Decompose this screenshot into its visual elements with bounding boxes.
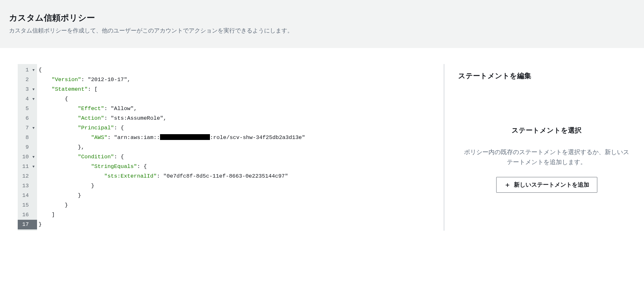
fold-icon[interactable]: ▼ — [31, 162, 34, 171]
gutter-line: 4▼ — [22, 94, 34, 104]
code-line[interactable]: { — [38, 65, 444, 75]
header-section: カスタム信頼ポリシー カスタム信頼ポリシーを作成して、他のユーザーがこのアカウン… — [0, 0, 644, 48]
code-line[interactable]: } — [38, 191, 444, 200]
side-panel-text: ポリシー内の既存のステートメントを選択するか、新しいステートメントを追加します。 — [458, 147, 635, 167]
fold-icon[interactable]: ▼ — [31, 65, 34, 75]
gutter-line: 12 — [22, 171, 34, 181]
side-panel-body: ステートメントを選択 ポリシー内の既存のステートメントを選択するか、新しいステー… — [458, 87, 635, 193]
code-line[interactable]: "Action": "sts:AssumeRole", — [38, 114, 444, 123]
plus-icon: ＋ — [504, 181, 511, 189]
gutter-line: 13 — [22, 181, 34, 191]
gutter-line: 9 — [22, 143, 34, 152]
gutter-line: 5 — [22, 104, 34, 114]
fold-icon[interactable]: ▼ — [31, 152, 34, 162]
policy-editor[interactable]: 1▼23▼4▼567▼8910▼11▼121314151617 { "Versi… — [18, 64, 444, 231]
code-line[interactable]: }, — [38, 143, 444, 152]
gutter-line: 11▼ — [22, 162, 34, 171]
editor-gutter: 1▼23▼4▼567▼8910▼11▼121314151617 — [18, 64, 37, 231]
main-area: 1▼23▼4▼567▼8910▼11▼121314151617 { "Versi… — [0, 64, 644, 231]
side-panel-subtitle: ステートメントを選択 — [458, 126, 635, 135]
add-statement-label: 新しいステートメントを追加 — [514, 181, 589, 189]
gutter-line: 14 — [22, 191, 34, 200]
gutter-line: 1▼ — [22, 65, 34, 75]
code-line[interactable]: "StringEquals": { — [38, 162, 444, 171]
statement-side-panel: ステートメントを編集 ステートメントを選択 ポリシー内の既存のステートメントを選… — [450, 64, 635, 231]
gutter-line: 17 — [18, 220, 37, 229]
gutter-line: 6 — [22, 114, 34, 123]
code-line[interactable]: { — [38, 94, 444, 104]
code-line[interactable]: "AWS": "arn:aws:iam:::role/scv-shw-34f25… — [38, 133, 444, 143]
editor-code-area[interactable]: { "Version": "2012-10-17", "Statement": … — [37, 64, 444, 231]
redacted-text — [160, 134, 210, 140]
fold-icon[interactable]: ▼ — [31, 85, 34, 94]
code-line[interactable]: } — [38, 200, 444, 210]
gutter-line: 16 — [22, 210, 34, 220]
fold-icon[interactable]: ▼ — [31, 123, 34, 133]
add-statement-button[interactable]: ＋ 新しいステートメントを追加 — [496, 177, 597, 193]
code-line[interactable]: } — [38, 220, 444, 229]
gutter-line: 8 — [22, 133, 34, 143]
fold-icon[interactable]: ▼ — [31, 94, 34, 104]
code-line[interactable]: } — [38, 181, 444, 191]
gutter-line: 2 — [22, 75, 34, 85]
code-line[interactable]: "Statement": [ — [38, 85, 444, 94]
page-description: カスタム信頼ポリシーを作成して、他のユーザーがこのアカウントでアクションを実行で… — [9, 27, 635, 34]
code-line[interactable]: "Condition": { — [38, 152, 444, 162]
gutter-line: 7▼ — [22, 123, 34, 133]
code-line[interactable]: "Effect": "Allow", — [38, 104, 444, 114]
gutter-line: 15 — [22, 200, 34, 210]
code-line[interactable]: ] — [38, 210, 444, 220]
side-panel-title: ステートメントを編集 — [458, 64, 635, 87]
code-line[interactable]: "Version": "2012-10-17", — [38, 75, 444, 85]
editor-scrollbar[interactable] — [444, 64, 450, 231]
code-line[interactable]: "Principal": { — [38, 123, 444, 133]
gutter-line: 10▼ — [22, 152, 34, 162]
gutter-line: 3▼ — [22, 85, 34, 94]
page-title: カスタム信頼ポリシー — [9, 12, 635, 23]
code-line[interactable]: "sts:ExternalId": "0e7dfc8f-8d5c-11ef-86… — [38, 171, 444, 181]
